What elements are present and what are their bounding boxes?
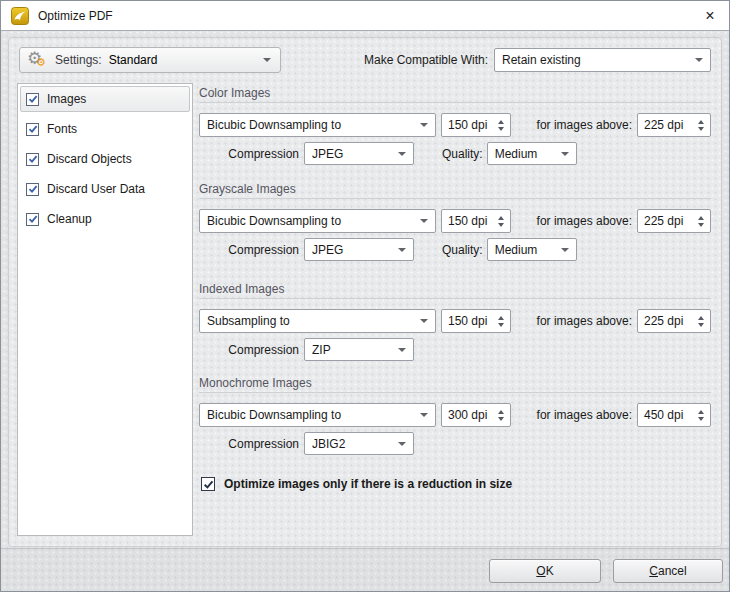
- divider: [199, 298, 711, 299]
- cancel-button-label: Cancel: [649, 564, 686, 578]
- sidebar-item-cleanup[interactable]: Cleanup: [20, 206, 190, 232]
- title-bar: Optimize PDF ×: [1, 1, 729, 31]
- downsample-combobox[interactable]: Bicubic Downsampling to: [199, 209, 436, 233]
- fonts-checkbox[interactable]: [26, 123, 39, 136]
- chevron-down-icon: [561, 248, 569, 252]
- sidebar-item-label: Cleanup: [47, 212, 92, 226]
- combobox-value: Bicubic Downsampling to: [207, 118, 341, 132]
- compression-combobox[interactable]: JPEG: [304, 142, 414, 165]
- spinner-up-down-icon[interactable]: [698, 216, 704, 227]
- section-title: Color Images: [199, 86, 270, 100]
- sidebar-item-label: Images: [47, 92, 86, 106]
- for-images-above-label: for images above:: [537, 314, 632, 328]
- make-compatible-combobox[interactable]: Retain existing: [494, 48, 711, 72]
- footer-bar: OK Cancel: [1, 548, 729, 591]
- images-checkbox[interactable]: [26, 93, 39, 106]
- combobox-value: Medium: [495, 243, 538, 257]
- chevron-down-icon: [420, 123, 428, 127]
- for-images-above-label: for images above:: [537, 214, 632, 228]
- sidebar-item-fonts[interactable]: Fonts: [20, 116, 190, 142]
- sidebar-item-discard-objects[interactable]: Discard Objects: [20, 146, 190, 172]
- section-grayscale-images: Grayscale Images Bicubic Downsampling to…: [199, 182, 711, 264]
- compression-combobox[interactable]: ZIP: [304, 338, 414, 361]
- compression-label: Compression: [199, 243, 299, 257]
- optimize-pdf-dialog: Optimize PDF × ⚙⚙ Settings: Standard Mak…: [0, 0, 730, 592]
- downsample-combobox[interactable]: Subsampling to: [199, 309, 436, 333]
- cleanup-checkbox[interactable]: [26, 213, 39, 226]
- spinner-up-down-icon[interactable]: [498, 216, 504, 227]
- chevron-down-icon: [561, 152, 569, 156]
- chevron-down-icon: [420, 413, 428, 417]
- sidebar-item-images[interactable]: Images: [20, 86, 190, 112]
- spinner-value: 450 dpi: [644, 408, 683, 422]
- above-dpi-spinner[interactable]: 225 dpi: [637, 113, 711, 137]
- section-title: Indexed Images: [199, 282, 284, 296]
- combobox-value: JPEG: [312, 147, 343, 161]
- section-monochrome-images: Monochrome Images Bicubic Downsampling t…: [199, 376, 711, 458]
- optimize-only-checkbox-row[interactable]: Optimize images only if there is a reduc…: [201, 477, 512, 491]
- spinner-up-down-icon[interactable]: [498, 410, 504, 421]
- above-dpi-spinner[interactable]: 450 dpi: [637, 403, 711, 427]
- dpi-spinner[interactable]: 150 dpi: [441, 113, 511, 137]
- combobox-value: JPEG: [312, 243, 343, 257]
- discard-user-data-checkbox[interactable]: [26, 183, 39, 196]
- downsample-combobox[interactable]: Bicubic Downsampling to: [199, 403, 436, 427]
- divider: [199, 198, 711, 199]
- combobox-value: ZIP: [312, 343, 331, 357]
- sidebar-item-label: Discard Objects: [47, 152, 132, 166]
- dpi-spinner[interactable]: 150 dpi: [441, 309, 511, 333]
- section-title: Monochrome Images: [199, 376, 312, 390]
- combobox-value: Bicubic Downsampling to: [207, 408, 341, 422]
- quality-label: Quality:: [442, 147, 483, 161]
- spinner-value: 300 dpi: [448, 408, 487, 422]
- spinner-up-down-icon[interactable]: [698, 410, 704, 421]
- quality-combobox[interactable]: Medium: [487, 238, 577, 261]
- dpi-spinner[interactable]: 150 dpi: [441, 209, 511, 233]
- gears-icon: ⚙⚙: [27, 51, 48, 70]
- divider: [199, 102, 711, 103]
- chevron-down-icon: [420, 319, 428, 323]
- cancel-button[interactable]: Cancel: [613, 559, 723, 583]
- compression-label: Compression: [199, 147, 299, 161]
- section-title: Grayscale Images: [199, 182, 296, 196]
- make-compatible-label: Make Compatible With:: [364, 53, 488, 67]
- sidebar-item-label: Discard User Data: [47, 182, 145, 196]
- chevron-down-icon: [263, 58, 271, 62]
- chevron-down-icon: [420, 219, 428, 223]
- above-dpi-spinner[interactable]: 225 dpi: [637, 209, 711, 233]
- combobox-value: Subsampling to: [207, 314, 290, 328]
- chevron-down-icon: [695, 58, 703, 62]
- quality-combobox[interactable]: Medium: [487, 142, 577, 165]
- window-title: Optimize PDF: [38, 9, 113, 23]
- settings-dropdown[interactable]: ⚙⚙ Settings: Standard: [19, 47, 281, 73]
- ok-button[interactable]: OK: [489, 559, 601, 583]
- section-color-images: Color Images Bicubic Downsampling to 150…: [199, 86, 711, 168]
- above-dpi-spinner[interactable]: 225 dpi: [637, 309, 711, 333]
- spinner-up-down-icon[interactable]: [698, 316, 704, 327]
- downsample-combobox[interactable]: Bicubic Downsampling to: [199, 113, 436, 137]
- spinner-up-down-icon[interactable]: [498, 316, 504, 327]
- chevron-down-icon: [398, 152, 406, 156]
- sidebar-item-discard-user-data[interactable]: Discard User Data: [20, 176, 190, 202]
- optimize-only-checkbox[interactable]: [201, 477, 215, 491]
- sidebar-item-label: Fonts: [47, 122, 77, 136]
- ok-button-label: OK: [536, 564, 553, 578]
- compression-combobox[interactable]: JBIG2: [304, 432, 414, 455]
- combobox-value: Retain existing: [502, 53, 581, 67]
- spinner-value: 150 dpi: [448, 314, 487, 328]
- spinner-up-down-icon[interactable]: [498, 120, 504, 131]
- combobox-value: Bicubic Downsampling to: [207, 214, 341, 228]
- spinner-up-down-icon[interactable]: [698, 120, 704, 131]
- dpi-spinner[interactable]: 300 dpi: [441, 403, 511, 427]
- spinner-value: 150 dpi: [448, 214, 487, 228]
- discard-objects-checkbox[interactable]: [26, 153, 39, 166]
- compression-combobox[interactable]: JPEG: [304, 238, 414, 261]
- chevron-down-icon: [398, 348, 406, 352]
- spinner-value: 225 dpi: [644, 118, 683, 132]
- for-images-above-label: for images above:: [537, 118, 632, 132]
- compression-label: Compression: [199, 437, 299, 451]
- settings-label: Settings:: [55, 53, 102, 67]
- close-icon[interactable]: ×: [697, 3, 723, 29]
- optimize-only-label: Optimize images only if there is a reduc…: [224, 477, 512, 491]
- category-list: Images Fonts Discard Objects Discard Use…: [17, 83, 193, 536]
